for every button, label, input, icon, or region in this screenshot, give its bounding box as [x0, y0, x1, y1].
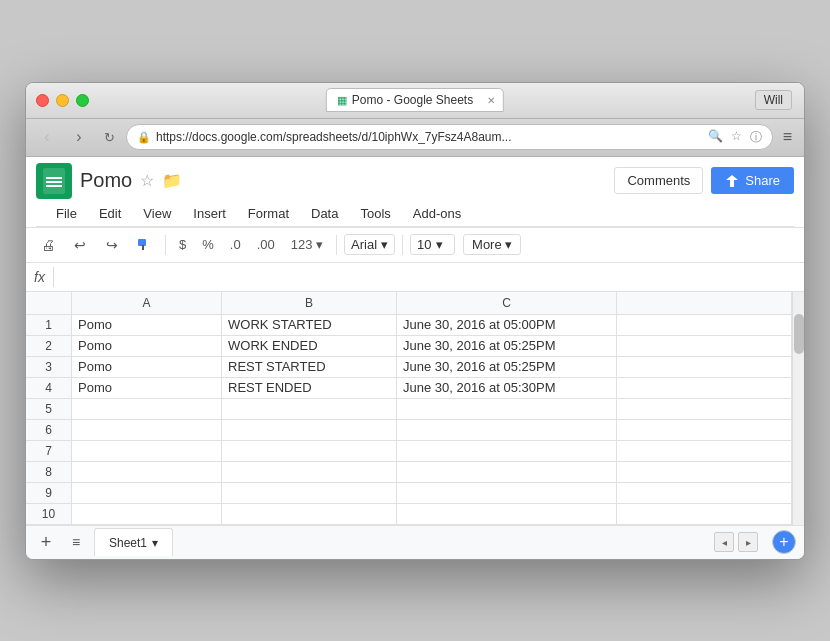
paint-format-button[interactable]: [130, 232, 158, 258]
add-sheet-button[interactable]: +: [34, 530, 58, 554]
cell-d4[interactable]: [617, 378, 792, 398]
undo-button[interactable]: ↩: [66, 232, 94, 258]
row-number: 5: [26, 399, 72, 419]
cell-d10[interactable]: [617, 504, 792, 524]
cell-b2[interactable]: WORK ENDED: [222, 336, 397, 356]
decimal-more-button[interactable]: .00: [251, 234, 281, 255]
star-icon[interactable]: ☆: [140, 171, 154, 190]
sheets-list-button[interactable]: ≡: [64, 530, 88, 554]
cell-b1[interactable]: WORK STARTED: [222, 315, 397, 335]
cell-c4[interactable]: June 30, 2016 at 05:30PM: [397, 378, 617, 398]
active-tab[interactable]: ▦ Pomo - Google Sheets ✕: [326, 88, 504, 112]
table-row: 6: [26, 420, 792, 441]
scrollbar-thumb[interactable]: [794, 314, 804, 354]
cell-c2[interactable]: June 30, 2016 at 05:25PM: [397, 336, 617, 356]
cell-d8[interactable]: [617, 462, 792, 482]
scroll-left-button[interactable]: ◂: [714, 532, 734, 552]
col-header-c[interactable]: C: [397, 292, 617, 314]
forward-button[interactable]: ›: [66, 124, 92, 150]
print-button[interactable]: 🖨: [34, 232, 62, 258]
info-icon[interactable]: ⓘ: [750, 129, 762, 146]
font-selector[interactable]: Arial ▾: [344, 234, 395, 255]
cell-a2[interactable]: Pomo: [72, 336, 222, 356]
menu-insert[interactable]: Insert: [183, 201, 236, 226]
cell-d1[interactable]: [617, 315, 792, 335]
cell-b3[interactable]: REST STARTED: [222, 357, 397, 377]
cell-d9[interactable]: [617, 483, 792, 503]
dollar-button[interactable]: $: [173, 234, 192, 255]
folder-icon[interactable]: 📁: [162, 171, 182, 190]
scroll-right-button[interactable]: ▸: [738, 532, 758, 552]
maximize-button[interactable]: [76, 94, 89, 107]
menu-addons[interactable]: Add-ons: [403, 201, 471, 226]
menu-data[interactable]: Data: [301, 201, 348, 226]
menu-file[interactable]: File: [46, 201, 87, 226]
more-button[interactable]: More ▾: [463, 234, 521, 255]
cell-d3[interactable]: [617, 357, 792, 377]
profile-button[interactable]: Will: [755, 90, 792, 110]
cell-b8[interactable]: [222, 462, 397, 482]
back-button[interactable]: ‹: [34, 124, 60, 150]
comments-button[interactable]: Comments: [614, 167, 703, 194]
cell-a1[interactable]: Pomo: [72, 315, 222, 335]
cell-b6[interactable]: [222, 420, 397, 440]
cell-c10[interactable]: [397, 504, 617, 524]
menu-edit[interactable]: Edit: [89, 201, 131, 226]
cell-a9[interactable]: [72, 483, 222, 503]
more-dropdown-icon: ▾: [505, 237, 512, 252]
redo-button[interactable]: ↪: [98, 232, 126, 258]
cell-a10[interactable]: [72, 504, 222, 524]
cell-a6[interactable]: [72, 420, 222, 440]
row-number: 9: [26, 483, 72, 503]
cell-c3[interactable]: June 30, 2016 at 05:25PM: [397, 357, 617, 377]
menu-format[interactable]: Format: [238, 201, 299, 226]
cell-a5[interactable]: [72, 399, 222, 419]
row-number: 4: [26, 378, 72, 398]
col-header-d[interactable]: [617, 292, 792, 314]
cell-b10[interactable]: [222, 504, 397, 524]
minimize-button[interactable]: [56, 94, 69, 107]
tab-close-icon[interactable]: ✕: [487, 95, 495, 106]
new-sheet-button[interactable]: +: [772, 530, 796, 554]
cell-c7[interactable]: [397, 441, 617, 461]
cell-d5[interactable]: [617, 399, 792, 419]
font-name: Arial: [351, 237, 377, 252]
cell-b5[interactable]: [222, 399, 397, 419]
percent-button[interactable]: %: [196, 234, 220, 255]
star-icon[interactable]: ☆: [731, 129, 742, 146]
sheet-tab[interactable]: Sheet1 ▾: [94, 528, 173, 556]
close-button[interactable]: [36, 94, 49, 107]
cell-a3[interactable]: Pomo: [72, 357, 222, 377]
menu-view[interactable]: View: [133, 201, 181, 226]
font-size-selector[interactable]: 10 ▾: [410, 234, 455, 255]
cell-b7[interactable]: [222, 441, 397, 461]
cell-d2[interactable]: [617, 336, 792, 356]
cell-d7[interactable]: [617, 441, 792, 461]
col-header-b[interactable]: B: [222, 292, 397, 314]
cell-a7[interactable]: [72, 441, 222, 461]
cell-c9[interactable]: [397, 483, 617, 503]
cell-c6[interactable]: [397, 420, 617, 440]
refresh-button[interactable]: ↻: [98, 126, 120, 148]
share-button[interactable]: Share: [711, 167, 794, 194]
cell-a8[interactable]: [72, 462, 222, 482]
formula-input[interactable]: [62, 266, 796, 288]
number-format-button[interactable]: 123 ▾: [285, 234, 329, 255]
cell-c1[interactable]: June 30, 2016 at 05:00PM: [397, 315, 617, 335]
cell-d6[interactable]: [617, 420, 792, 440]
traffic-lights: [36, 94, 89, 107]
row-number: 6: [26, 420, 72, 440]
menu-icon[interactable]: ≡: [779, 128, 796, 146]
cell-b9[interactable]: [222, 483, 397, 503]
address-field[interactable]: 🔒 https://docs.google.com/spreadsheets/d…: [126, 124, 773, 150]
col-header-a[interactable]: A: [72, 292, 222, 314]
sheets-title-row: Pomo ☆ 📁 Comments Share: [36, 163, 794, 199]
menu-tools[interactable]: Tools: [350, 201, 400, 226]
cell-a4[interactable]: Pomo: [72, 378, 222, 398]
cell-c5[interactable]: [397, 399, 617, 419]
cell-b4[interactable]: REST ENDED: [222, 378, 397, 398]
search-icon[interactable]: 🔍: [708, 129, 723, 146]
right-scrollbar[interactable]: [792, 292, 804, 525]
cell-c8[interactable]: [397, 462, 617, 482]
decimal-less-button[interactable]: .0: [224, 234, 247, 255]
